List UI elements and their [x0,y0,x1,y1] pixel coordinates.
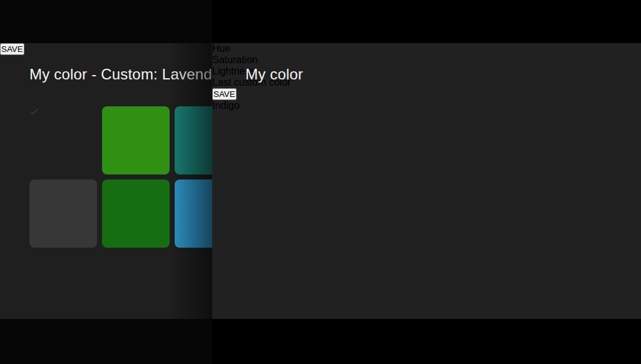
custom-color-panel: My color Hue Saturation Lightness Last c… [212,43,641,319]
swatch-custom-color-wheel[interactable] [29,106,97,174]
hue-slider-row[interactable]: Hue [212,43,641,54]
swatch-green[interactable] [102,106,170,174]
screen: My color - Custom: Lavender SAVE My colo… [0,0,641,364]
saturation-slider-row[interactable]: Saturation [212,54,641,66]
color-grid-panel: My color - Custom: Lavender SAVE [0,43,212,319]
save-button-right[interactable]: SAVE [212,88,237,100]
swatch-teal[interactable] [175,106,212,174]
swatch-dark-gray[interactable] [29,179,97,248]
save-button-left[interactable]: SAVE [0,43,24,55]
check-icon [29,106,39,116]
color-preview-name: Indigo [212,100,641,111]
selected-corner [29,106,97,119]
saturation-label: Saturation [212,54,641,66]
swatch-dark-green[interactable] [102,179,170,248]
hue-label: Hue [212,43,641,54]
swatch-blue[interactable] [175,179,212,248]
right-panel-title: My color [245,66,303,83]
left-panel-title: My color - Custom: Lavender [29,66,212,83]
